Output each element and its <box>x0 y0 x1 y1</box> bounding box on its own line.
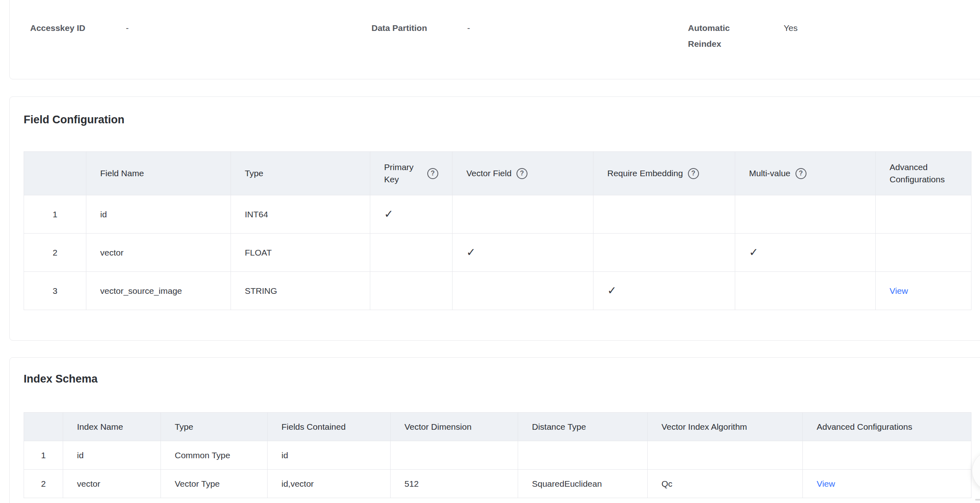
info-value: Yes <box>784 20 798 36</box>
require-embedding-cell: ✓ <box>593 272 735 310</box>
column-header-index-name: Index Name <box>63 413 161 441</box>
vector-field-cell: ✓ <box>453 234 593 272</box>
field-configuration-title: Field Configuration <box>24 112 980 128</box>
help-icon[interactable]: ? <box>516 168 527 179</box>
info-item-data-partition: Data Partition - <box>371 20 688 52</box>
column-header-label: Primary Key <box>384 161 422 186</box>
advanced-configurations-cell <box>876 195 971 234</box>
help-icon[interactable]: ? <box>795 168 806 179</box>
check-icon: ✓ <box>384 208 393 220</box>
info-grid: Accesskey ID - Data Partition - Automati… <box>30 20 980 52</box>
field-name-cell: id <box>86 195 231 234</box>
index-schema-table: Index Name Type Fields Contained Vector … <box>24 412 971 498</box>
index-name-cell: vector <box>63 470 161 498</box>
table-row: 2vectorVector Typeid,vector512SquaredEuc… <box>24 470 971 498</box>
row-index-cell: 1 <box>24 441 63 470</box>
column-header-index <box>24 152 86 195</box>
advanced-configurations-cell <box>803 441 971 470</box>
vector-index-algorithm-cell: Qc <box>648 470 803 498</box>
info-label: Accesskey ID <box>30 20 96 36</box>
type-cell: INT64 <box>231 195 370 234</box>
field-configuration-table: Field Name Type Primary Key ? Vector Fie… <box>24 151 971 310</box>
column-header-type: Type <box>231 152 370 195</box>
field-name-cell: vector_source_image <box>86 272 231 310</box>
info-value: - <box>126 20 129 36</box>
row-index-cell: 2 <box>24 470 63 498</box>
type-cell: FLOAT <box>231 234 370 272</box>
column-header-vector-dimension: Vector Dimension <box>391 413 518 441</box>
primary-key-cell <box>370 234 453 272</box>
table-row: 1idCommon Typeid <box>24 441 971 470</box>
column-header-advanced-configurations: Advanced Configurations <box>803 413 971 441</box>
column-header-type: Type <box>161 413 268 441</box>
index-schema-title: Index Schema <box>24 371 980 387</box>
index-schema-card: Index Schema Index Name Type Fields Cont… <box>9 357 980 503</box>
column-header-primary-key: Primary Key ? <box>370 152 453 195</box>
vector-dimension-cell <box>391 441 518 470</box>
info-item-automatic-reindex: Automatic Reindex Yes <box>688 20 980 52</box>
column-header-fields-contained: Fields Contained <box>268 413 391 441</box>
vector-field-cell <box>453 195 593 234</box>
help-icon[interactable]: ? <box>688 168 699 179</box>
primary-key-cell <box>370 272 453 310</box>
multi-value-cell: ✓ <box>735 234 876 272</box>
check-icon: ✓ <box>466 246 476 258</box>
type-cell: Vector Type <box>161 470 268 498</box>
floating-widget-handle[interactable] <box>975 499 980 501</box>
collection-info-card: Accesskey ID - Data Partition - Automati… <box>9 0 980 79</box>
table-row: 3vector_source_imageSTRING✓View <box>24 272 971 310</box>
vector-dimension-cell: 512 <box>391 470 518 498</box>
column-header-index <box>24 413 63 441</box>
primary-key-cell: ✓ <box>370 195 453 234</box>
fields-contained-cell: id,vector <box>268 470 391 498</box>
vector-field-cell <box>453 272 593 310</box>
column-header-vector-index-algorithm: Vector Index Algorithm <box>648 413 803 441</box>
column-header-distance-type: Distance Type <box>518 413 648 441</box>
column-header-field-name: Field Name <box>86 152 231 195</box>
row-index-cell: 1 <box>24 195 86 234</box>
type-cell: Common Type <box>161 441 268 470</box>
advanced-configurations-cell: View <box>876 272 971 310</box>
collection-details-page: Accesskey ID - Data Partition - Automati… <box>0 0 980 503</box>
info-item-accesskey-id: Accesskey ID - <box>30 20 371 52</box>
field-configuration-card: Field Configuration Field Name Type Prim… <box>9 96 980 341</box>
column-header-advanced-configurations: Advanced Configurations <box>876 152 971 195</box>
distance-type-cell: SquaredEuclidean <box>518 470 648 498</box>
multi-value-cell <box>735 195 876 234</box>
view-link[interactable]: View <box>890 286 908 295</box>
type-cell: STRING <box>231 272 370 310</box>
distance-type-cell <box>518 441 648 470</box>
vector-index-algorithm-cell <box>648 441 803 470</box>
fields-contained-cell: id <box>268 441 391 470</box>
advanced-configurations-cell <box>876 234 971 272</box>
require-embedding-cell <box>593 195 735 234</box>
column-header-label: Require Embedding <box>607 167 683 179</box>
check-icon: ✓ <box>607 284 617 297</box>
field-name-cell: vector <box>86 234 231 272</box>
info-label: Automatic Reindex <box>688 20 754 52</box>
table-header-row: Index Name Type Fields Contained Vector … <box>24 413 971 441</box>
help-icon[interactable]: ? <box>427 168 438 179</box>
table-row: 1idINT64✓ <box>24 195 971 234</box>
info-label: Data Partition <box>371 20 437 36</box>
table-header-row: Field Name Type Primary Key ? Vector Fie… <box>24 152 971 195</box>
column-header-label: Vector Field <box>466 167 512 179</box>
index-name-cell: id <box>63 441 161 470</box>
table-row: 2vectorFLOAT✓✓ <box>24 234 971 272</box>
column-header-require-embedding: Require Embedding ? <box>593 152 735 195</box>
view-link[interactable]: View <box>817 479 835 488</box>
require-embedding-cell <box>593 234 735 272</box>
column-header-vector-field: Vector Field ? <box>453 152 593 195</box>
column-header-multi-value: Multi-value ? <box>735 152 876 195</box>
column-header-label: Multi-value <box>749 167 791 179</box>
multi-value-cell <box>735 272 876 310</box>
advanced-configurations-cell: View <box>803 470 971 498</box>
row-index-cell: 3 <box>24 272 86 310</box>
row-index-cell: 2 <box>24 234 86 272</box>
check-icon: ✓ <box>749 246 758 258</box>
info-value: - <box>467 20 470 36</box>
